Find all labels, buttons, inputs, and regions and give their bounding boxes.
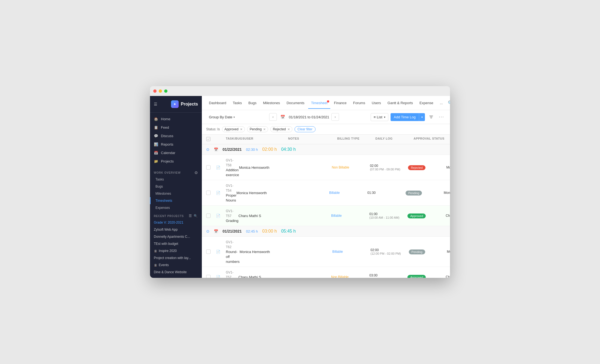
row-added-by: Charu Mathi S	[446, 275, 450, 278]
add-time-log-dropdown[interactable]: ▾	[419, 113, 425, 121]
filter-pending-label: Pending	[250, 127, 262, 131]
tab-documents[interactable]: Documents	[284, 99, 307, 107]
filter-rejected-remove[interactable]: ✕	[287, 128, 290, 131]
maximize-dot[interactable]	[164, 89, 167, 93]
group-by-button[interactable]: Group By Date ▾	[206, 113, 238, 121]
sidebar-item-reports[interactable]: 📊 Reports	[150, 140, 202, 149]
tab-finance[interactable]: Finance	[331, 99, 349, 107]
project-events[interactable]: 📋 Events	[150, 261, 202, 269]
list-chevron-icon: ▾	[384, 116, 385, 119]
project-test-budget[interactable]: TEst with budget	[150, 240, 202, 247]
tab-milestones[interactable]: Milestones	[260, 99, 283, 107]
tab-timesheet[interactable]: Timesheet	[308, 99, 330, 107]
next-date-button[interactable]: ›	[331, 113, 339, 121]
filter-pending-remove[interactable]: ✕	[263, 128, 266, 131]
project-grade-v[interactable]: Grade V: 2020-2021	[150, 219, 202, 226]
date-group-2-time1: 02:45 h	[246, 229, 258, 233]
project-zylsoft-mobile[interactable]: ZylSoft Mobile App	[150, 276, 202, 278]
more-options-button[interactable]: ···	[437, 113, 446, 121]
daily-log-value: 02:00	[371, 248, 409, 252]
logo-icon: ✦	[171, 100, 179, 108]
filter-approved-tag[interactable]: Approved ✕	[222, 126, 245, 132]
daily-log-sub: (12:00 PM - 02:00 PM)	[371, 252, 409, 255]
date-group-circle-icon[interactable]: ⊙	[206, 147, 209, 152]
reports-icon: 📊	[154, 142, 158, 146]
top-navigation: Dashboard Tasks Bugs Milestones Document…	[202, 96, 450, 110]
sidebar-item-home-label: Home	[161, 117, 170, 121]
daily-log-value: 01:30	[367, 191, 406, 195]
tab-forums[interactable]: Forums	[350, 99, 368, 107]
sidebar-work-bugs[interactable]: Bugs	[150, 183, 202, 190]
add-time-log-group: Add Time Log ▾	[391, 113, 425, 121]
sidebar-work-timesheets[interactable]: Timesheets	[150, 197, 202, 204]
project-creation[interactable]: Project creation with lay...	[150, 254, 202, 261]
task-name[interactable]: Proper Nouns	[226, 193, 236, 202]
sidebar-work-tasks[interactable]: Tasks	[150, 176, 202, 183]
tab-more[interactable]: ...	[437, 99, 446, 107]
sidebar-item-calendar[interactable]: 📅 Calendar	[150, 149, 202, 157]
sidebar-item-feed-label: Feed	[161, 125, 169, 130]
date-group-circle-icon2[interactable]: ⊙	[206, 229, 209, 233]
filter-pending-tag[interactable]: Pending ✕	[247, 126, 268, 132]
tab-users[interactable]: Users	[369, 99, 384, 107]
row-billing: Billable	[332, 250, 371, 254]
search-projects-icon[interactable]: 🔍	[194, 214, 198, 218]
sidebar-work-milestones[interactable]: Milestones	[150, 190, 202, 197]
close-dot[interactable]	[153, 89, 157, 93]
table-row: 📄 GV1-T62 Round-off numbers Monica Hemsw…	[202, 237, 450, 267]
sidebar-item-home[interactable]: 🏠 Home	[150, 115, 202, 123]
filter-button[interactable]	[427, 113, 435, 121]
filter-rejected-tag[interactable]: Rejected ✕	[270, 126, 292, 132]
tab-dashboard[interactable]: Dashboard	[206, 99, 229, 107]
prev-date-button[interactable]: ‹	[269, 113, 277, 121]
hamburger-icon[interactable]: ☰	[154, 102, 157, 106]
clear-filter-button[interactable]: Clear filter	[295, 126, 316, 132]
row-daily-log: 03:00 (10:00 AM - 01:00 PM)	[369, 273, 407, 278]
row-checkbox[interactable]	[206, 275, 216, 278]
add-time-log-button[interactable]: Add Time Log	[391, 113, 419, 121]
work-overview-section: WORK OVERVIEW ⊙	[150, 168, 202, 176]
table-row: 📄 GV1-T57 Grading Charu Mathi S Non Bill…	[202, 267, 450, 278]
project-donnelly[interactable]: Donnelly Apartments C...	[150, 233, 202, 240]
sidebar-work-expenses[interactable]: Expenses	[150, 204, 202, 211]
task-id: GV1-T57	[226, 270, 233, 278]
table-wrapper: TASK/BUGS USER NOTES BILLING TYPE DAILY …	[202, 135, 450, 278]
row-checkbox[interactable]	[206, 249, 216, 254]
project-dine-dance[interactable]: Dine & Dance Website	[150, 269, 202, 276]
date-group-1-time3: 04:30 h	[281, 147, 296, 152]
row-checkbox[interactable]	[206, 165, 216, 170]
time1-value: 02:30	[246, 148, 255, 152]
task-name[interactable]: Grading	[226, 219, 238, 223]
task-name[interactable]: Round-off numbers	[226, 250, 240, 264]
date-group-1-time1: 02:30 h	[246, 148, 258, 152]
project-zylsoft-web[interactable]: Zylsoft Web App	[150, 226, 202, 233]
th-icon	[216, 137, 226, 142]
filter-approved-remove[interactable]: ✕	[240, 128, 242, 131]
tab-expense[interactable]: Expense	[417, 99, 436, 107]
search-icon[interactable]: 🔍	[448, 100, 450, 106]
work-overview-circle-icon[interactable]: ⊙	[194, 170, 198, 175]
project-inspire[interactable]: 📋 Inspire 2020	[150, 247, 202, 254]
row-checkbox[interactable]	[206, 213, 216, 218]
tab-tasks[interactable]: Tasks	[230, 99, 245, 107]
sidebar-item-projects[interactable]: 📁 Projects	[150, 157, 202, 166]
row-icon: 📄	[216, 249, 226, 254]
tab-bugs[interactable]: Bugs	[246, 99, 259, 107]
row-status: Pending	[409, 249, 447, 254]
calendar-icon[interactable]: 📅	[279, 113, 287, 121]
th-task: TASK/BUGS	[226, 137, 244, 142]
sidebar-item-discuss[interactable]: 💬 Discuss	[150, 132, 202, 140]
sidebar-item-feed[interactable]: 📋 Feed	[150, 123, 202, 132]
status-badge: Approved	[407, 275, 426, 278]
row-checkbox[interactable]	[206, 191, 216, 195]
task-name[interactable]: Addition exercice	[226, 168, 239, 177]
timesheet-badge-wrapper: Timesheet	[311, 101, 327, 105]
g2-time3-val: 05:45	[281, 229, 292, 233]
row-added-by: Monica Hemsworth	[447, 250, 450, 254]
tab-gantt-reports[interactable]: Gantt & Reports	[385, 99, 416, 107]
list-projects-icon[interactable]: ☰	[189, 214, 192, 218]
daily-log-sub: (10:00 AM - 11:00 AM)	[369, 216, 407, 219]
minimize-dot[interactable]	[159, 89, 162, 93]
list-view-button[interactable]: ≡ List ▾	[371, 113, 388, 121]
select-all-icon[interactable]	[206, 137, 211, 141]
